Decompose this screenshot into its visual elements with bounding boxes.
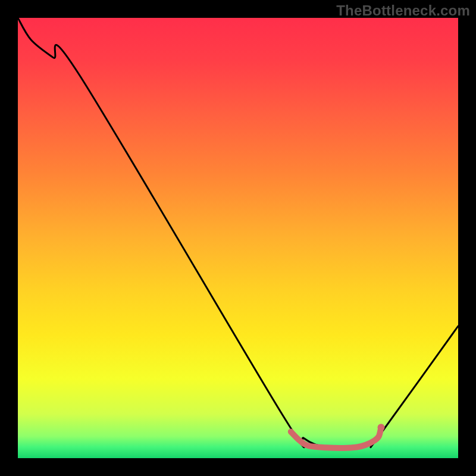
chart-stage: TheBottleneck.com <box>0 0 476 476</box>
chart-svg <box>18 18 458 458</box>
valley-end-dot <box>378 424 385 431</box>
watermark-text: TheBottleneck.com <box>336 2 470 19</box>
plot-area <box>18 18 458 458</box>
gradient-background <box>18 18 458 458</box>
